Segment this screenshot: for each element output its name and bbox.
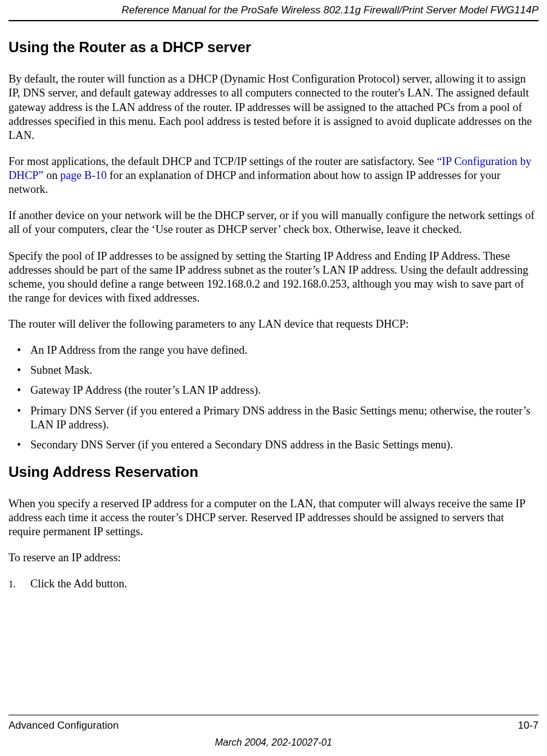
- bullet-list-dhcp-params: An IP Address from the range you have de…: [8, 343, 539, 452]
- heading-dhcp-server: Using the Router as a DHCP server: [8, 38, 539, 56]
- ordered-list-reserve-steps: 1. Click the Add button.: [8, 577, 539, 591]
- list-item: An IP Address from the range you have de…: [8, 343, 539, 357]
- list-item: Secondary DNS Server (if you entered a S…: [8, 438, 539, 452]
- list-item: Primary DNS Server (if you entered a Pri…: [8, 404, 539, 432]
- footer-row: Advanced Configuration 10-7: [8, 719, 539, 732]
- footer-section-title: Advanced Configuration: [8, 719, 118, 732]
- footer-date-doc: March 2004, 202-10027-01: [8, 737, 539, 749]
- text-pre: For most applications, the default DHCP …: [8, 155, 437, 167]
- step-number: 1.: [8, 578, 16, 590]
- text-mid: on: [44, 169, 61, 181]
- footer-rule: [8, 715, 539, 715]
- heading-address-reservation: Using Address Reservation: [8, 463, 539, 481]
- list-item: Gateway IP Address (the router’s LAN IP …: [8, 383, 539, 397]
- para-ip-pool: Specify the pool of IP addresses to be a…: [8, 249, 539, 306]
- para-other-dhcp: If another device on your network will b…: [8, 209, 539, 237]
- list-item: 1. Click the Add button.: [8, 577, 539, 591]
- footer-page-number: 10-7: [518, 719, 539, 732]
- para-params-intro: The router will deliver the following pa…: [8, 317, 539, 331]
- para-reservation-intro: When you specify a reserved IP address f…: [8, 497, 539, 539]
- page-footer: Advanced Configuration 10-7 March 2004, …: [8, 715, 539, 749]
- page: Reference Manual for the ProSafe Wireles…: [0, 0, 547, 756]
- step-text: Click the Add button.: [30, 578, 127, 590]
- header-rule: [8, 20, 539, 21]
- link-page-b10[interactable]: page B-10: [60, 169, 107, 181]
- list-item: Subnet Mask.: [8, 363, 539, 377]
- para-reserve-steps-intro: To reserve an IP address:: [8, 551, 539, 565]
- running-header: Reference Manual for the ProSafe Wireles…: [8, 0, 539, 20]
- para-dhcp-intro: By default, the router will function as …: [8, 72, 539, 143]
- para-dhcp-defaults: For most applications, the default DHCP …: [8, 155, 539, 197]
